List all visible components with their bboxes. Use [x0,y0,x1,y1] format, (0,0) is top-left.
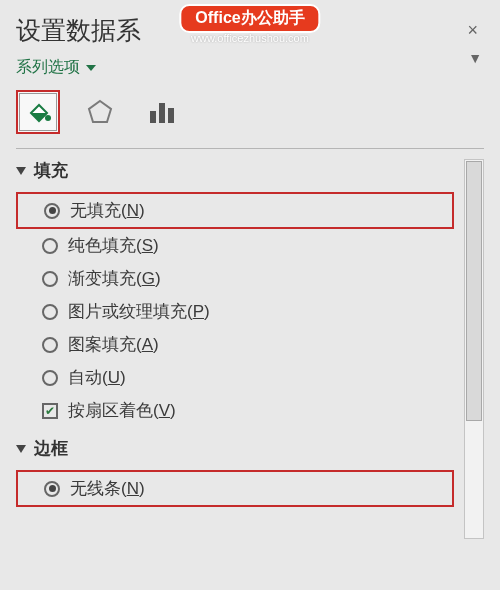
radio-icon [42,271,58,287]
option-label: 无线条(N) [70,477,145,500]
fill-auto-option[interactable]: 自动(U) [16,361,454,394]
radio-icon [42,304,58,320]
triangle-down-icon [16,445,26,453]
watermark-url: www.officezhushou.com [191,32,309,44]
fill-section-label: 填充 [34,159,68,182]
chevron-down-icon[interactable]: ▼ [468,50,482,66]
pentagon-icon [85,97,115,127]
vertical-scrollbar[interactable] [464,159,484,539]
svg-rect-1 [150,111,156,123]
checkbox-icon: ✔ [42,403,58,419]
format-pane: 设置数据系 × ▼ 系列选项 [0,0,500,590]
tab-series-options[interactable] [140,90,184,134]
radio-icon [44,203,60,219]
radio-icon [42,337,58,353]
option-label: 图片或纹理填充(P) [68,300,210,323]
watermark-badge: Office办公助手 [179,4,320,33]
series-options-dropdown[interactable]: 系列选项 [16,57,96,78]
radio-icon [42,238,58,254]
pane-title: 设置数据系 [16,14,141,47]
scroll-area: 填充 无填充(N) 纯色填充(S) 渐变填充(G) 图片或纹理填充(P) [16,159,484,539]
border-section: 边框 无线条(N) [16,437,454,507]
svg-point-0 [45,115,51,121]
border-section-label: 边框 [34,437,68,460]
fill-gradient-option[interactable]: 渐变填充(G) [16,262,454,295]
border-section-header[interactable]: 边框 [16,437,454,460]
close-icon[interactable]: × [461,20,484,41]
triangle-down-icon [16,167,26,175]
option-label: 按扇区着色(V) [68,399,176,422]
option-label: 无填充(N) [70,199,145,222]
fill-none-option[interactable]: 无填充(N) [16,192,454,229]
svg-rect-3 [168,108,174,123]
separator [16,148,484,149]
radio-icon [42,370,58,386]
fill-solid-option[interactable]: 纯色填充(S) [16,229,454,262]
vary-colors-option[interactable]: ✔ 按扇区着色(V) [16,394,454,427]
paint-bucket-icon [23,97,53,127]
scrollbar-thumb[interactable] [466,161,482,421]
category-tabs [16,90,484,134]
tab-fill-line[interactable] [16,90,60,134]
option-label: 自动(U) [68,366,126,389]
fill-pattern-option[interactable]: 图案填充(A) [16,328,454,361]
caret-down-icon [86,65,96,71]
option-label: 图案填充(A) [68,333,159,356]
fill-picture-option[interactable]: 图片或纹理填充(P) [16,295,454,328]
radio-icon [44,481,60,497]
series-options-label: 系列选项 [16,57,80,78]
bar-chart-icon [147,99,177,125]
option-label: 纯色填充(S) [68,234,159,257]
border-none-option[interactable]: 无线条(N) [16,470,454,507]
fill-section-header[interactable]: 填充 [16,159,454,182]
options-column: 填充 无填充(N) 纯色填充(S) 渐变填充(G) 图片或纹理填充(P) [16,159,454,539]
tab-effects[interactable] [78,90,122,134]
fill-section: 填充 无填充(N) 纯色填充(S) 渐变填充(G) 图片或纹理填充(P) [16,159,454,427]
svg-rect-2 [159,103,165,123]
option-label: 渐变填充(G) [68,267,161,290]
